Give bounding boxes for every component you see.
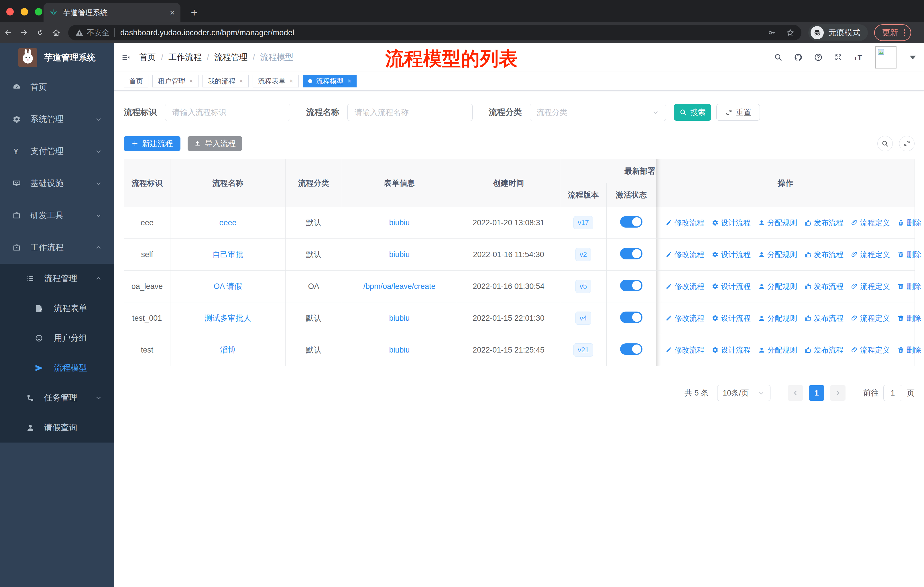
form-info-link[interactable]: /bpm/oa/leave/create (363, 282, 436, 291)
action-definition-link[interactable]: 流程定义 (851, 218, 890, 228)
search-button[interactable]: 搜索 (674, 104, 711, 121)
action-publish-link[interactable]: 发布流程 (805, 250, 843, 260)
action-definition-link[interactable]: 流程定义 (851, 250, 890, 260)
tab-close-icon[interactable]: × (170, 8, 175, 18)
action-assign-link[interactable]: 分配规则 (758, 313, 797, 323)
forward-icon[interactable] (16, 25, 32, 41)
action-publish-link[interactable]: 发布流程 (805, 281, 843, 291)
action-definition-link[interactable]: 流程定义 (851, 313, 890, 323)
user-menu-caret-icon[interactable] (910, 56, 916, 60)
minimize-window-button[interactable] (21, 8, 28, 15)
action-design-link[interactable]: 设计流程 (712, 345, 751, 355)
current-page-button[interactable]: 1 (809, 385, 824, 401)
home-icon[interactable] (48, 25, 64, 41)
breadcrumb-workflow[interactable]: 工作流程 (168, 51, 201, 63)
action-delete-link[interactable]: 删除 (898, 345, 921, 355)
tag-tab-流程模型[interactable]: 流程模型× (303, 75, 357, 88)
sidebar-item-首页[interactable]: 首页 (0, 71, 114, 103)
url-bar[interactable]: 不安全 dashboard.yudao.iocoder.cn/bpm/manag… (68, 25, 802, 40)
bookmark-star-icon[interactable] (786, 28, 795, 37)
action-delete-link[interactable]: 删除 (898, 250, 921, 260)
prev-page-button[interactable] (788, 385, 803, 401)
tag-tab-流程表单[interactable]: 流程表单× (252, 75, 299, 88)
action-publish-link[interactable]: 发布流程 (805, 313, 843, 323)
sidebar-item-工作流程[interactable]: 工作流程 (0, 231, 114, 264)
process-name-link[interactable]: 测试多审批人 (205, 314, 251, 322)
show-search-toggle-button[interactable] (877, 136, 893, 151)
sidebar-item-请假查询[interactable]: 请假查询 (0, 413, 114, 443)
breadcrumb-process-mgmt[interactable]: 流程管理 (214, 51, 248, 63)
refresh-table-button[interactable] (899, 136, 914, 151)
active-toggle[interactable] (620, 312, 642, 323)
browser-menu-icon[interactable] (904, 29, 905, 36)
process-name-link[interactable]: OA 请假 (214, 282, 242, 291)
header-search-icon[interactable] (774, 53, 782, 62)
tab-close-icon[interactable]: × (189, 78, 193, 85)
new-tab-button[interactable]: + (187, 5, 201, 20)
create-process-button[interactable]: 新建流程 (124, 136, 180, 151)
sidebar-item-用户分组[interactable]: 用户分组 (0, 323, 114, 353)
action-publish-link[interactable]: 发布流程 (805, 218, 843, 228)
tab-close-icon[interactable]: × (290, 78, 293, 85)
form-info-link[interactable]: biubiu (389, 218, 409, 227)
tag-tab-租户管理[interactable]: 租户管理× (152, 75, 198, 88)
action-design-link[interactable]: 设计流程 (712, 250, 751, 260)
active-toggle[interactable] (620, 216, 642, 228)
key-icon[interactable] (767, 28, 776, 37)
action-publish-link[interactable]: 发布流程 (805, 345, 843, 355)
action-assign-link[interactable]: 分配规则 (758, 250, 797, 260)
security-label[interactable]: 不安全 (86, 28, 110, 38)
sidebar-item-系统管理[interactable]: 系统管理 (0, 103, 114, 135)
zoom-window-button[interactable] (35, 8, 42, 15)
action-assign-link[interactable]: 分配规则 (758, 345, 797, 355)
import-process-button[interactable]: 导入流程 (188, 136, 242, 151)
back-icon[interactable] (0, 25, 16, 41)
process-name-link[interactable]: 自己审批 (213, 250, 243, 259)
font-size-icon[interactable]: TT (854, 53, 864, 62)
action-design-link[interactable]: 设计流程 (712, 218, 751, 228)
fullscreen-icon[interactable] (834, 53, 843, 62)
sidebar-item-流程表单[interactable]: 流程表单 (0, 293, 114, 323)
sidebar-item-任务管理[interactable]: 任务管理 (0, 383, 114, 413)
action-edit-link[interactable]: 修改流程 (665, 218, 704, 228)
action-design-link[interactable]: 设计流程 (712, 313, 751, 323)
filter-name-input[interactable] (347, 104, 473, 121)
goto-page-input[interactable] (883, 385, 902, 401)
next-page-button[interactable] (830, 385, 845, 401)
action-edit-link[interactable]: 修改流程 (665, 250, 704, 260)
filter-category-select[interactable]: 流程分类 (530, 104, 666, 121)
active-toggle[interactable] (620, 280, 642, 291)
url-text[interactable]: dashboard.yudao.iocoder.cn/bpm/manager/m… (120, 28, 294, 37)
user-avatar[interactable] (875, 46, 896, 68)
tab-close-icon[interactable]: × (239, 78, 243, 85)
form-info-link[interactable]: biubiu (389, 346, 409, 354)
active-toggle[interactable] (620, 248, 642, 260)
action-definition-link[interactable]: 流程定义 (851, 281, 890, 291)
sidebar-collapse-icon[interactable] (121, 53, 130, 62)
process-name-link[interactable]: eeee (219, 218, 236, 227)
github-icon[interactable] (794, 53, 803, 62)
sidebar-item-流程管理[interactable]: 流程管理 (0, 264, 114, 293)
action-edit-link[interactable]: 修改流程 (665, 313, 704, 323)
action-assign-link[interactable]: 分配规则 (758, 281, 797, 291)
form-info-link[interactable]: biubiu (389, 250, 409, 259)
reload-icon[interactable] (32, 25, 48, 41)
reset-button[interactable]: 重置 (716, 104, 760, 121)
sidebar-item-基础设施[interactable]: 基础设施 (0, 167, 114, 200)
form-info-link[interactable]: biubiu (389, 314, 409, 322)
action-edit-link[interactable]: 修改流程 (665, 345, 704, 355)
sidebar-item-研发工具[interactable]: 研发工具 (0, 200, 114, 231)
sidebar-item-流程模型[interactable]: 流程模型 (0, 353, 114, 383)
action-delete-link[interactable]: 删除 (898, 281, 921, 291)
page-size-select[interactable]: 10条/页 (717, 385, 771, 401)
action-delete-link[interactable]: 删除 (898, 218, 921, 228)
close-window-button[interactable] (6, 8, 14, 15)
tag-tab-首页[interactable]: 首页 (124, 75, 148, 88)
action-assign-link[interactable]: 分配规则 (758, 218, 797, 228)
filter-key-input[interactable] (165, 104, 290, 121)
help-icon[interactable] (814, 53, 823, 62)
action-definition-link[interactable]: 流程定义 (851, 345, 890, 355)
window-controls[interactable] (6, 8, 42, 15)
process-name-link[interactable]: 滔博 (220, 346, 236, 354)
browser-tab[interactable]: 芋道管理系统 × (43, 3, 180, 22)
